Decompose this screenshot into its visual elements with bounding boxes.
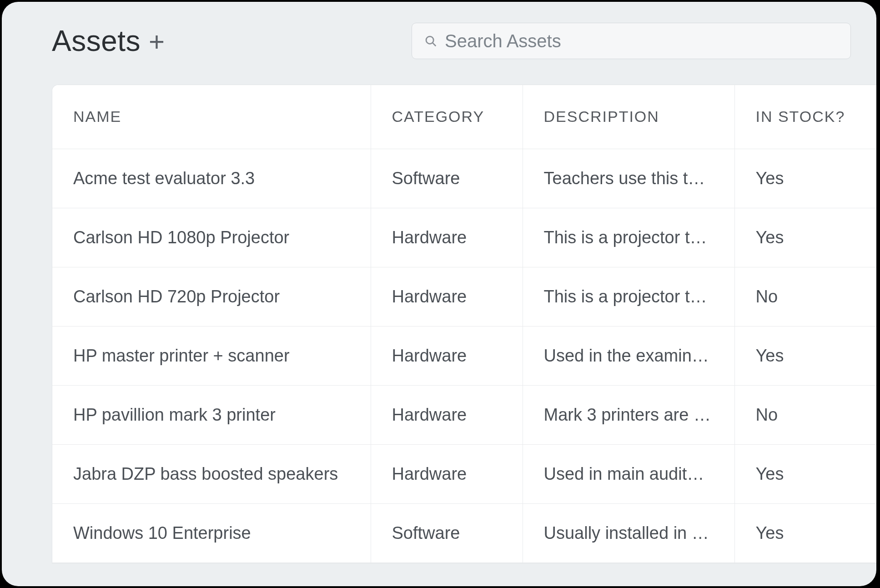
- svg-point-0: [426, 36, 433, 44]
- column-header-name[interactable]: NAME: [52, 85, 371, 149]
- cell-in_stock: Yes: [734, 503, 876, 563]
- column-header-in-stock[interactable]: IN STOCK?: [734, 85, 876, 149]
- cell-description: Teachers use this to…: [523, 149, 734, 208]
- cell-name: HP master printer + scanner: [52, 326, 371, 385]
- table-row[interactable]: Carlson HD 1080p ProjectorHardwareThis i…: [52, 208, 876, 267]
- cell-description: Used in main auditor…: [523, 444, 734, 503]
- search-input[interactable]: [445, 31, 839, 51]
- table-row[interactable]: Acme test evaluator 3.3SoftwareTeachers …: [52, 149, 876, 208]
- add-asset-button[interactable]: +: [149, 28, 165, 55]
- cell-name: HP pavillion mark 3 printer: [52, 385, 371, 444]
- assets-table-card: NAME CATEGORY DESCRIPTION IN STOCK? Acme…: [52, 85, 876, 563]
- page-header: Assets +: [2, 2, 876, 77]
- assets-table: NAME CATEGORY DESCRIPTION IN STOCK? Acme…: [52, 85, 876, 563]
- svg-line-1: [432, 43, 436, 46]
- cell-in_stock: No: [734, 385, 876, 444]
- page-title: Assets: [52, 24, 141, 58]
- column-header-description[interactable]: DESCRIPTION: [523, 85, 734, 149]
- app-frame: Assets + NAME CATEGORY DESCRIPTION: [2, 2, 876, 586]
- cell-category: Software: [371, 149, 523, 208]
- cell-in_stock: Yes: [734, 326, 876, 385]
- cell-category: Software: [371, 503, 523, 563]
- cell-category: Hardware: [371, 208, 523, 267]
- search-field[interactable]: [412, 23, 851, 59]
- cell-description: This is a projector th…: [523, 267, 734, 326]
- search-icon: [424, 34, 437, 48]
- table-row[interactable]: Jabra DZP bass boosted speakersHardwareU…: [52, 444, 876, 503]
- cell-description: This is a projector th…: [523, 208, 734, 267]
- cell-name: Acme test evaluator 3.3: [52, 149, 371, 208]
- cell-description: Usually installed in c…: [523, 503, 734, 563]
- cell-in_stock: No: [734, 267, 876, 326]
- cell-in_stock: Yes: [734, 208, 876, 267]
- cell-description: Mark 3 printers are u…: [523, 385, 734, 444]
- cell-name: Windows 10 Enterprise: [52, 503, 371, 563]
- cell-name: Carlson HD 720p Projector: [52, 267, 371, 326]
- cell-category: Hardware: [371, 326, 523, 385]
- cell-name: Jabra DZP bass boosted speakers: [52, 444, 371, 503]
- table-row[interactable]: Carlson HD 720p ProjectorHardwareThis is…: [52, 267, 876, 326]
- cell-category: Hardware: [371, 267, 523, 326]
- cell-in_stock: Yes: [734, 444, 876, 503]
- table-row[interactable]: Windows 10 EnterpriseSoftwareUsually ins…: [52, 503, 876, 563]
- table-row[interactable]: HP pavillion mark 3 printerHardwareMark …: [52, 385, 876, 444]
- cell-description: Used in the examina…: [523, 326, 734, 385]
- cell-category: Hardware: [371, 385, 523, 444]
- cell-name: Carlson HD 1080p Projector: [52, 208, 371, 267]
- cell-category: Hardware: [371, 444, 523, 503]
- table-row[interactable]: HP master printer + scannerHardwareUsed …: [52, 326, 876, 385]
- title-group: Assets +: [52, 24, 165, 58]
- table-header-row: NAME CATEGORY DESCRIPTION IN STOCK?: [52, 85, 876, 149]
- column-header-category[interactable]: CATEGORY: [371, 85, 523, 149]
- cell-in_stock: Yes: [734, 149, 876, 208]
